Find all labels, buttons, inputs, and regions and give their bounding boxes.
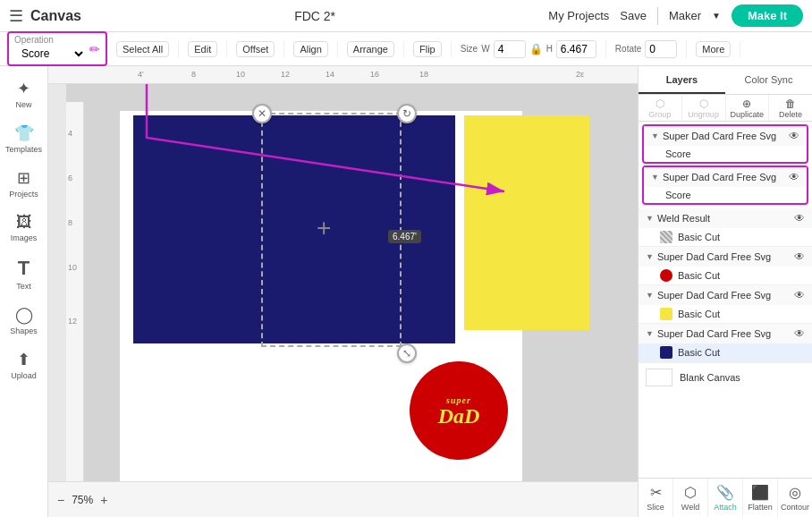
yellow-card[interactable]	[464, 115, 589, 330]
weld-color-swatch	[660, 231, 672, 243]
more-button[interactable]: More	[696, 41, 731, 57]
ruler-horizontal: 4' 8 10 12 14 16 18 2ε	[48, 66, 638, 84]
eye-icon-weld[interactable]: 👁	[794, 212, 805, 225]
sidebar-item-text[interactable]: T Text	[3, 251, 46, 296]
duplicate-icon: ⊕	[742, 97, 751, 110]
pencil-icon[interactable]: ✏	[89, 42, 100, 56]
sidebar-item-projects[interactable]: ⊞ Projects	[3, 163, 46, 204]
size-h-input[interactable]	[556, 40, 596, 58]
weld-button[interactable]: ⬡ Weld	[673, 479, 708, 517]
chevron-icon-2: ▼	[651, 173, 659, 182]
layer-group-1-header[interactable]: ▼ Super Dad Card Free Svg 👁	[644, 126, 807, 146]
rotate-handle[interactable]: ↻	[397, 104, 417, 123]
panel-tabs: Layers Color Sync	[639, 66, 812, 95]
sidebar-item-images[interactable]: 🖼 Images	[3, 208, 46, 248]
flatten-button[interactable]: ⬛ Flatten	[743, 479, 778, 517]
duplicate-action[interactable]: ⊕ Duplicate	[726, 95, 770, 121]
canvas-area[interactable]: 4' 8 10 12 14 16 18 2ε 4 6 8 10 12	[48, 66, 638, 517]
layer-item-red[interactable]: Basic Cut	[639, 267, 812, 284]
layer-item-weld[interactable]: Basic Cut	[639, 228, 812, 246]
new-icon: ✦	[17, 79, 30, 98]
rotate-input[interactable]	[645, 40, 677, 58]
ungroup-action[interactable]: ⬡ Ungroup	[682, 95, 726, 121]
tab-layers[interactable]: Layers	[639, 66, 725, 94]
layer-group-2-header[interactable]: ▼ Super Dad Card Free Svg 👁	[644, 167, 807, 187]
right-panel: Layers Color Sync ⬡ Group ⬡ Ungroup ⊕ Du…	[638, 66, 812, 517]
maker-label[interactable]: Maker	[669, 9, 701, 22]
layer-item-yellow[interactable]: Basic Cut	[639, 305, 812, 323]
layer-group-red-header[interactable]: ▼ Super Dad Card Free Svg 👁	[639, 247, 812, 267]
scale-handle[interactable]: ⤡	[397, 343, 417, 363]
ungroup-label: Ungroup	[688, 110, 719, 119]
delete-handle[interactable]: ✕	[252, 104, 272, 123]
attach-button[interactable]: 📎 Attach	[708, 479, 743, 517]
layer-actions: ⬡ Group ⬡ Ungroup ⊕ Duplicate 🗑 Delete	[639, 95, 812, 122]
sidebar-item-shapes[interactable]: ◯ Shapes	[3, 300, 46, 341]
chevron-icon-weld: ▼	[646, 214, 654, 223]
slice-button[interactable]: ✂ Slice	[639, 479, 673, 517]
my-projects-link[interactable]: My Projects	[548, 9, 609, 22]
align-button[interactable]: Align	[293, 41, 327, 57]
hamburger-menu[interactable]: ☰	[9, 6, 23, 26]
size-w-label: W	[481, 44, 489, 54]
app-title: Canvas	[30, 8, 81, 24]
layer-list: ▼ Super Dad Card Free Svg 👁 Score ▼ Supe…	[639, 122, 812, 478]
eye-icon-red[interactable]: 👁	[794, 250, 805, 263]
layer-group-yellow-header[interactable]: ▼ Super Dad Card Free Svg 👁	[639, 285, 812, 305]
operation-group: Operation Score Basic Cut Engrave Deboss…	[7, 31, 107, 66]
sidebar-item-upload[interactable]: ⬆ Upload	[3, 344, 46, 386]
eye-icon-1[interactable]: 👁	[789, 130, 799, 142]
offset-button[interactable]: Offset	[236, 41, 275, 57]
templates-icon: 👕	[14, 123, 34, 143]
zoom-in-button[interactable]: +	[100, 493, 107, 507]
layer-item-blue[interactable]: Basic Cut	[639, 343, 812, 361]
maker-chevron-icon: ▼	[712, 11, 721, 21]
dimension-label: 6.467'	[388, 230, 421, 243]
ruler-vertical: 4 6 8 10 12	[66, 102, 84, 499]
operation-select[interactable]: Score Basic Cut Engrave Deboss	[14, 45, 86, 63]
attach-label: Attach	[714, 503, 737, 512]
select-all-group: Select All	[116, 41, 179, 57]
bottom-bar: − 75% +	[48, 481, 638, 517]
flip-group: Flip	[413, 41, 452, 57]
layer-group-blue-header[interactable]: ▼ Super Dad Card Free Svg 👁	[639, 324, 812, 343]
layer-item-score-2[interactable]: Score	[644, 187, 807, 203]
eye-icon-blue[interactable]: 👁	[794, 327, 805, 340]
canvas-content: 4 6 8 10 12 + 6.467' super DaD	[66, 84, 638, 481]
layer-item-score-1[interactable]: Score	[644, 146, 807, 162]
chevron-icon-blue: ▼	[646, 329, 654, 338]
duplicate-label: Duplicate	[731, 110, 765, 119]
eye-icon-yellow[interactable]: 👁	[794, 289, 805, 301]
arrange-button[interactable]: Arrange	[347, 41, 394, 57]
shapes-icon: ◯	[15, 305, 33, 325]
contour-button[interactable]: ◎ Contour	[778, 479, 812, 517]
delete-action[interactable]: 🗑 Delete	[769, 95, 812, 121]
save-button[interactable]: Save	[620, 9, 647, 22]
contour-icon: ◎	[789, 484, 801, 501]
layer-group-1: ▼ Super Dad Card Free Svg 👁 Score	[642, 124, 808, 164]
make-it-button[interactable]: Make It	[732, 4, 803, 27]
edit-button[interactable]: Edit	[188, 41, 217, 57]
super-dad-circle[interactable]: super DaD	[410, 361, 508, 460]
group-action[interactable]: ⬡ Group	[639, 95, 682, 121]
delete-icon: 🗑	[785, 97, 796, 110]
zoom-out-button[interactable]: −	[57, 493, 64, 507]
flip-button[interactable]: Flip	[413, 41, 442, 57]
chevron-icon-red: ▼	[646, 252, 654, 261]
size-w-input[interactable]	[494, 40, 526, 58]
divider	[657, 7, 658, 25]
flatten-icon: ⬛	[751, 484, 769, 501]
layer-group-weld-header[interactable]: ▼ Weld Result 👁	[639, 208, 812, 228]
zoom-value[interactable]: 75%	[72, 494, 93, 506]
tab-color-sync[interactable]: Color Sync	[725, 66, 812, 94]
sidebar-item-templates[interactable]: 👕 Templates	[3, 118, 46, 159]
red-color-swatch	[660, 269, 672, 282]
dad-text: DaD	[438, 405, 480, 427]
eye-icon-2[interactable]: 👁	[789, 171, 799, 183]
blank-canvas-item[interactable]: Blank Canvas	[639, 362, 812, 392]
sidebar-item-new[interactable]: ✦ New	[3, 73, 46, 114]
group-icon: ⬡	[656, 97, 664, 110]
ungroup-icon: ⬡	[699, 97, 708, 110]
left-sidebar: ✦ New 👕 Templates ⊞ Projects 🖼 Images T …	[0, 66, 48, 517]
select-all-button[interactable]: Select All	[116, 41, 169, 57]
